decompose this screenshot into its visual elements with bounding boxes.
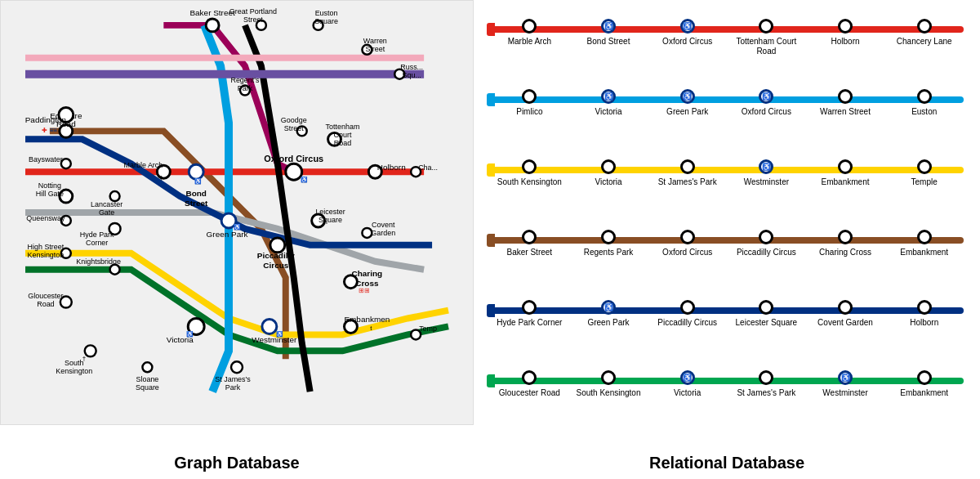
- temple-j-label: Temple: [911, 177, 938, 187]
- svg-text:Square: Square: [314, 17, 338, 25]
- svg-text:†: †: [82, 355, 86, 362]
- embankment-d-dot: [917, 230, 932, 244]
- svg-text:Road: Road: [334, 139, 351, 147]
- station-euston: Euston: [884, 78, 964, 117]
- svg-text:Covent: Covent: [372, 221, 395, 229]
- holborn-dot: [838, 19, 853, 34]
- graph-database-panel: Edgware Road Baker Street Great Portland…: [0, 0, 474, 425]
- piccadilly-line-row: Hyde Park Corner Green Park Piccadilly C…: [490, 289, 964, 348]
- station-warren-street: Warren Street: [806, 78, 885, 117]
- station-tottenham-court-road: Tottenham Court Road: [727, 8, 806, 56]
- station-holborn-central: Holborn: [806, 8, 885, 47]
- pimlico-label: Pimlico: [516, 107, 542, 117]
- st-james-park-j-dot: [680, 159, 695, 174]
- marble-arch-label: Marble Arch: [508, 37, 551, 47]
- piccadilly-circus-p-label: Piccadilly Circus: [657, 318, 717, 328]
- svg-text:Corner: Corner: [86, 239, 108, 247]
- station-st-james-park-j: St James's Park: [648, 149, 727, 187]
- svg-text:Notting: Notting: [38, 181, 61, 190]
- embankment-c-dot: [917, 370, 932, 385]
- svg-text:Regent's: Regent's: [230, 76, 260, 84]
- station-leicester-square: Leicester Square: [727, 289, 806, 328]
- station-oxford-circus-d: Oxford Circus: [648, 219, 727, 257]
- svg-text:Queensway: Queensway: [26, 214, 65, 222]
- svg-text:Oxford Circus: Oxford Circus: [264, 154, 323, 163]
- oxford-circus-label: Oxford Circus: [662, 37, 712, 47]
- station-charing-cross-d: Charing Cross: [806, 219, 885, 257]
- warren-street-label: Warren Street: [820, 107, 871, 117]
- station-hyde-park-corner: Hyde Park Corner: [490, 289, 569, 328]
- oxford-circus-v-dot: [759, 89, 773, 104]
- baker-street-dot: [522, 230, 537, 244]
- westminster-c-label: Westminster: [822, 388, 867, 398]
- holborn-label: Holborn: [831, 37, 860, 47]
- euston-dot: [917, 89, 932, 104]
- svg-text:Park: Park: [225, 383, 241, 392]
- leicester-square-dot: [759, 300, 773, 315]
- svg-text:Kensington: Kensington: [27, 251, 64, 259]
- euston-label: Euston: [911, 107, 937, 117]
- svg-text:Euston: Euston: [315, 9, 338, 17]
- victoria-line-row: Pimlico Victoria Green Park Oxford Circu…: [490, 78, 964, 137]
- svg-point-78: [262, 319, 277, 334]
- south-kensington-j-label: South Kensington: [497, 177, 562, 187]
- station-south-kensington-j: South Kensington: [490, 149, 569, 187]
- main-container: Edgware Road Baker Street Great Portland…: [0, 0, 980, 447]
- bond-street-dot: [601, 19, 616, 34]
- svg-text:†: †: [159, 174, 163, 181]
- westminster-c-dot: [838, 370, 853, 385]
- tottenham-court-road-dot: [759, 19, 773, 34]
- victoria-c-label: Victoria: [674, 388, 701, 398]
- svg-text:Hyde Park: Hyde Park: [80, 231, 114, 239]
- district-line-row: Baker Street Regents Park Oxford Circus …: [490, 219, 964, 278]
- svg-text:Court: Court: [334, 131, 352, 139]
- svg-text:Square: Square: [318, 216, 342, 224]
- station-victoria-c: Victoria: [648, 360, 727, 398]
- svg-text:Marble Arch: Marble Arch: [124, 161, 163, 169]
- svg-text:Cha...: Cha...: [418, 163, 438, 172]
- victoria-label: Victoria: [595, 107, 621, 117]
- charing-cross-d-label: Charing Cross: [819, 248, 871, 257]
- station-st-james-park-c: St James's Park: [727, 360, 806, 398]
- oxford-circus-dot: [680, 19, 695, 34]
- station-regents-park: Regents Park: [569, 219, 648, 257]
- chancery-lane-label: Chancery Lane: [897, 37, 952, 47]
- svg-point-84: [85, 345, 96, 356]
- oxford-circus-d-dot: [680, 230, 695, 244]
- svg-text:✚: ✚: [42, 127, 47, 134]
- embankment-j-dot: [838, 159, 853, 174]
- chancery-lane-dot: [917, 19, 932, 34]
- svg-point-88: [142, 362, 152, 372]
- svg-text:Warren: Warren: [363, 37, 387, 45]
- svg-text:Sloane: Sloane: [136, 375, 158, 383]
- station-bond-street-central: Bond Street: [569, 8, 648, 47]
- svg-text:Charing: Charing: [352, 269, 383, 278]
- svg-text:♿: ♿: [276, 330, 283, 338]
- victoria-dot: [601, 89, 616, 104]
- station-marble-arch: Marble Arch: [490, 8, 569, 47]
- svg-text:Knightsbridge: Knightsbridge: [76, 257, 121, 266]
- bond-street-label: Bond Street: [587, 37, 630, 47]
- green-park-dot: [680, 89, 695, 104]
- svg-text:Great Portland: Great Portland: [229, 7, 277, 16]
- svg-text:Street: Street: [243, 16, 263, 24]
- svg-text:Park: Park: [238, 84, 253, 92]
- st-james-park-j-label: St James's Park: [658, 177, 717, 187]
- green-park-p-dot: [601, 300, 616, 315]
- graph-database-label: Graph Database: [0, 447, 474, 479]
- green-park-label: Green Park: [666, 107, 708, 117]
- piccadilly-circus-d-dot: [759, 230, 773, 244]
- svg-text:Lancaster: Lancaster: [91, 200, 122, 208]
- station-oxford-circus-central: Oxford Circus: [648, 8, 727, 47]
- relational-database-label: Relational Database: [474, 447, 980, 479]
- embankment-j-label: Embankment: [822, 177, 870, 187]
- svg-text:Westminster: Westminster: [252, 335, 297, 344]
- station-covent-garden: Covent Garden: [806, 289, 885, 328]
- green-park-p-label: Green Park: [587, 318, 629, 328]
- regents-park-dot: [601, 230, 616, 244]
- svg-text:Bayswater: Bayswater: [29, 155, 63, 163]
- svg-text:Circus: Circus: [263, 261, 288, 270]
- station-victoria-v: Victoria: [569, 78, 648, 117]
- st-james-park-c-dot: [759, 370, 773, 385]
- south-kensington-j-dot: [522, 159, 537, 174]
